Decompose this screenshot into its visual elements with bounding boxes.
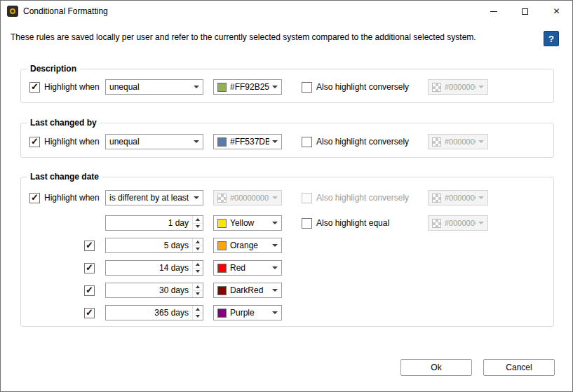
spinner-up-button[interactable] xyxy=(193,238,203,246)
threshold-enable-checkbox-5[interactable]: ✓ xyxy=(84,305,95,320)
spinner-buttons xyxy=(192,283,203,297)
help-button[interactable]: ? xyxy=(544,31,559,46)
last-change-date-conversely-color-combobox: #00000000 xyxy=(428,190,488,205)
description-conversely-color-combobox: #00000000 xyxy=(428,79,488,95)
close-button[interactable]: ✕ xyxy=(541,1,572,22)
combo-value: #FF92B250 xyxy=(230,82,269,92)
info-text: These rules are saved locally per user a… xyxy=(11,32,476,42)
titlebar[interactable]: Conditional Formatting ✕ xyxy=(1,1,572,22)
threshold-color-combobox-3[interactable]: Red xyxy=(213,260,282,276)
checkbox-label: Also highlight equal xyxy=(316,218,389,228)
window-title: Conditional Formatting xyxy=(23,6,108,16)
combo-value: Orange xyxy=(230,241,269,250)
color-swatch xyxy=(217,264,227,273)
days-spinner-3[interactable]: 14 days xyxy=(105,260,203,276)
description-also-conversely-checkbox[interactable]: Also highlight conversely xyxy=(302,79,409,95)
description-operator-combobox[interactable]: unequal xyxy=(105,79,203,95)
app-icon xyxy=(7,6,18,17)
last-changed-by-also-conversely-checkbox[interactable]: Also highlight conversely xyxy=(302,134,409,149)
minimize-button[interactable] xyxy=(478,1,509,22)
threshold-enable-checkbox-4[interactable]: ✓ xyxy=(84,283,95,298)
chevron-down-icon xyxy=(196,225,200,228)
combo-value: unequal xyxy=(109,137,191,147)
checkbox-box xyxy=(302,82,312,93)
checkbox-box: ✓ xyxy=(29,137,40,147)
description-color-combobox[interactable]: #FF92B250 xyxy=(213,79,282,95)
transparent-color-swatch xyxy=(432,219,441,228)
spinner-down-button[interactable] xyxy=(193,246,203,253)
spinner-buttons xyxy=(192,261,203,275)
dropdown-arrow-icon xyxy=(194,196,199,199)
checkbox-box: ✓ xyxy=(84,308,95,318)
dropdown-arrow-icon xyxy=(272,244,278,247)
chevron-up-icon xyxy=(196,241,200,243)
checkbox-box: ✓ xyxy=(84,285,95,296)
spinner-up-button[interactable] xyxy=(193,283,203,291)
dropdown-arrow-icon xyxy=(272,86,278,88)
chevron-down-icon xyxy=(196,270,200,273)
last-change-date-operator-combobox[interactable]: is different by at least xyxy=(105,190,203,205)
threshold-row-1: 1 day Yellow Also highlight equal #00000… xyxy=(21,215,553,231)
threshold-color-combobox-5[interactable]: Purple xyxy=(213,305,282,320)
description-highlight-when-checkbox[interactable]: ✓ Highlight when xyxy=(29,79,100,95)
combo-value: #00000000 xyxy=(230,194,269,202)
spinner-value: 365 days xyxy=(106,306,192,320)
group-title-description: Description xyxy=(27,64,80,74)
last-changed-by-highlight-when-checkbox[interactable]: ✓ Highlight when xyxy=(29,134,100,149)
days-spinner-5[interactable]: 365 days xyxy=(105,305,203,320)
check-icon: ✓ xyxy=(86,285,93,295)
spinner-down-button[interactable] xyxy=(193,313,203,320)
color-swatch xyxy=(217,137,227,147)
help-icon: ? xyxy=(548,34,554,44)
threshold-color-combobox-2[interactable]: Orange xyxy=(213,238,282,253)
last-changed-by-operator-combobox[interactable]: unequal xyxy=(105,134,203,149)
checkbox-label: Also highlight conversely xyxy=(316,193,409,203)
last-change-date-highlight-when-checkbox[interactable]: ✓ Highlight when xyxy=(29,190,100,205)
chevron-up-icon xyxy=(196,285,200,288)
days-spinner-2[interactable]: 5 days xyxy=(105,238,203,253)
spinner-up-button[interactable] xyxy=(193,216,203,224)
color-swatch xyxy=(217,309,227,318)
days-spinner-1[interactable]: 1 day xyxy=(105,215,203,231)
dropdown-arrow-icon xyxy=(272,222,278,224)
last-changed-by-row: ✓ Highlight when unequal #FF537DB1 Also … xyxy=(21,134,553,149)
cancel-button[interactable]: Cancel xyxy=(483,359,555,376)
checkbox-box: ✓ xyxy=(29,193,40,203)
checkbox-box: ✓ xyxy=(84,241,95,251)
maximize-button[interactable] xyxy=(509,1,541,22)
spinner-down-button[interactable] xyxy=(193,269,203,276)
spinner-up-button[interactable] xyxy=(193,261,203,269)
group-last-change-date: Last change date ✓ Highlight when is dif… xyxy=(20,177,554,327)
last-changed-by-color-combobox[interactable]: #FF537DB1 xyxy=(213,134,282,149)
combo-value: unequal xyxy=(109,82,191,92)
window-controls: ✕ xyxy=(478,1,572,22)
spinner-down-button[interactable] xyxy=(193,291,203,298)
check-icon: ✓ xyxy=(86,308,93,317)
ok-button[interactable]: Ok xyxy=(400,359,472,376)
also-highlight-equal-checkbox[interactable]: Also highlight equal xyxy=(302,215,389,231)
spinner-down-button[interactable] xyxy=(193,224,203,231)
transparent-color-swatch xyxy=(432,83,441,92)
chevron-up-icon xyxy=(196,263,200,266)
spinner-buttons xyxy=(192,306,203,320)
dropdown-arrow-icon xyxy=(478,140,484,143)
dropdown-arrow-icon xyxy=(272,289,278,292)
dropdown-arrow-icon xyxy=(478,86,484,88)
threshold-enable-checkbox-3[interactable]: ✓ xyxy=(84,260,95,276)
threshold-color-combobox-1[interactable]: Yellow xyxy=(213,215,282,231)
conditional-formatting-dialog: Conditional Formatting ✕ These rules are… xyxy=(0,0,573,392)
spinner-up-button[interactable] xyxy=(193,306,203,313)
threshold-color-combobox-4[interactable]: DarkRed xyxy=(213,283,282,298)
chevron-down-icon xyxy=(196,248,200,250)
app-icon-glyph xyxy=(10,8,15,14)
combo-value: #00000000 xyxy=(445,219,476,227)
threshold-enable-checkbox-2[interactable]: ✓ xyxy=(84,238,95,253)
check-icon: ✓ xyxy=(31,193,39,202)
color-swatch xyxy=(217,286,227,295)
spinner-buttons xyxy=(192,238,203,252)
group-title-last-changed-by: Last changed by xyxy=(27,118,100,128)
color-swatch xyxy=(217,241,227,250)
checkbox-box xyxy=(302,218,312,229)
group-title-last-change-date: Last change date xyxy=(27,172,102,182)
days-spinner-4[interactable]: 30 days xyxy=(105,283,203,298)
